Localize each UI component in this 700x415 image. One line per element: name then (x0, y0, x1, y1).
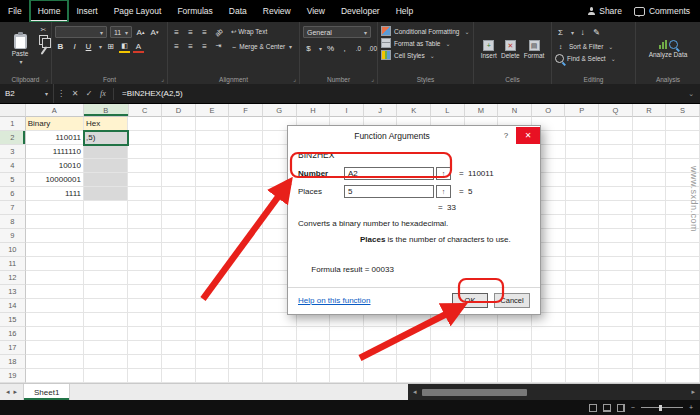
cell-A8[interactable] (26, 215, 84, 229)
column-header-A[interactable]: A (26, 104, 84, 117)
cell-P4[interactable] (566, 159, 600, 173)
cell-E16[interactable] (196, 327, 230, 341)
cell-F2[interactable] (229, 131, 263, 145)
cell-Q2[interactable] (599, 131, 633, 145)
cell-C3[interactable] (128, 145, 162, 159)
cell-C11[interactable] (128, 257, 162, 271)
cell-B15[interactable] (84, 313, 128, 327)
cell-Q16[interactable] (599, 327, 633, 341)
cell-J16[interactable] (364, 327, 398, 341)
cell-A14[interactable] (26, 299, 84, 313)
column-header-S[interactable]: S (666, 104, 700, 117)
format-as-table-button[interactable]: Format as Table⌄ (381, 38, 470, 48)
align-bottom-icon[interactable]: ≡ (199, 26, 210, 38)
cell-E18[interactable] (196, 355, 230, 369)
cell-C14[interactable] (128, 299, 162, 313)
row-header-11[interactable]: 11 (0, 257, 26, 271)
cell-A7[interactable] (26, 201, 84, 215)
cell-D12[interactable] (162, 271, 196, 285)
cell-F18[interactable] (229, 355, 263, 369)
cell-K15[interactable] (397, 313, 431, 327)
cell-E1[interactable] (196, 117, 230, 131)
cell-A5[interactable]: 10000001 (26, 173, 84, 187)
previous-sheet-icon[interactable]: ◂ (6, 388, 10, 396)
menu-tab-review[interactable]: Review (255, 0, 299, 22)
cell-A10[interactable] (26, 243, 84, 257)
scroll-right-icon[interactable]: ▸ (691, 388, 695, 396)
cell-F13[interactable] (229, 285, 263, 299)
cell-G17[interactable] (263, 341, 297, 355)
menu-tab-view[interactable]: View (299, 0, 333, 22)
cell-K18[interactable] (397, 355, 431, 369)
grow-font-icon[interactable]: A▴ (135, 26, 146, 38)
cell-O18[interactable] (532, 355, 566, 369)
cell-F12[interactable] (229, 271, 263, 285)
cell-P18[interactable] (566, 355, 600, 369)
cell-B2[interactable]: ,5) (84, 131, 128, 145)
cell-C7[interactable] (128, 201, 162, 215)
column-header-P[interactable]: P (565, 104, 599, 117)
row-header-15[interactable]: 15 (0, 313, 26, 327)
cell-Q12[interactable] (599, 271, 633, 285)
comma-style-icon[interactable]: , (339, 42, 350, 54)
clear-icon[interactable]: ✎ (591, 26, 602, 38)
cell-S12[interactable] (666, 271, 700, 285)
cell-D8[interactable] (162, 215, 196, 229)
cell-O16[interactable] (532, 327, 566, 341)
row-header-4[interactable]: 4 (0, 159, 26, 173)
cell-R18[interactable] (633, 355, 667, 369)
cell-A12[interactable] (26, 271, 84, 285)
cell-A11[interactable] (26, 257, 84, 271)
column-header-L[interactable]: L (431, 104, 465, 117)
cell-I16[interactable] (330, 327, 364, 341)
cell-Q6[interactable] (599, 187, 633, 201)
cell-I17[interactable] (330, 341, 364, 355)
cell-E9[interactable] (196, 229, 230, 243)
menu-tab-home[interactable]: Home (30, 0, 69, 22)
cell-P2[interactable] (566, 131, 600, 145)
cell-F14[interactable] (229, 299, 263, 313)
indent-icon[interactable]: ⇥ (213, 40, 224, 52)
cell-Q13[interactable] (599, 285, 633, 299)
cell-H18[interactable] (297, 355, 331, 369)
number-arg-input[interactable]: A2 (344, 167, 434, 180)
cell-F3[interactable] (229, 145, 263, 159)
cell-C12[interactable] (128, 271, 162, 285)
cell-P9[interactable] (566, 229, 600, 243)
cell-A6[interactable]: 1111 (26, 187, 84, 201)
cell-F16[interactable] (229, 327, 263, 341)
cell-C19[interactable] (128, 369, 162, 383)
font-color-icon[interactable]: A (133, 40, 144, 52)
cell-F9[interactable] (229, 229, 263, 243)
cell-N19[interactable] (498, 369, 532, 383)
horizontal-scrollbar-thumb[interactable] (422, 389, 527, 396)
cell-Q8[interactable] (599, 215, 633, 229)
menu-tab-formulas[interactable]: Formulas (169, 0, 220, 22)
zoom-slider[interactable] (641, 407, 683, 408)
number-format-combo[interactable]: General▾ (303, 26, 371, 38)
expand-formula-bar-icon[interactable]: ⌄ (688, 90, 700, 98)
delete-cells-button[interactable]: ✕ Delete (501, 40, 520, 59)
column-header-F[interactable]: F (229, 104, 263, 117)
cell-O15[interactable] (532, 313, 566, 327)
cell-R11[interactable] (633, 257, 667, 271)
insert-cells-button[interactable]: + Insert (481, 40, 497, 59)
cell-Q3[interactable] (599, 145, 633, 159)
cell-E7[interactable] (196, 201, 230, 215)
cell-F8[interactable] (229, 215, 263, 229)
cell-S11[interactable] (666, 257, 700, 271)
cell-B17[interactable] (84, 341, 128, 355)
cell-R16[interactable] (633, 327, 667, 341)
cell-B6[interactable] (84, 187, 128, 201)
cell-K17[interactable] (397, 341, 431, 355)
cell-P8[interactable] (566, 215, 600, 229)
cell-H15[interactable] (297, 313, 331, 327)
cell-B1[interactable]: Hex (84, 117, 128, 131)
cell-J17[interactable] (364, 341, 398, 355)
zoom-out-icon[interactable]: − (631, 404, 635, 411)
cell-H17[interactable] (297, 341, 331, 355)
cell-E2[interactable] (196, 131, 230, 145)
menu-tab-insert[interactable]: Insert (68, 0, 105, 22)
column-header-D[interactable]: D (162, 104, 196, 117)
borders-icon[interactable]: ⊞ (105, 40, 116, 52)
